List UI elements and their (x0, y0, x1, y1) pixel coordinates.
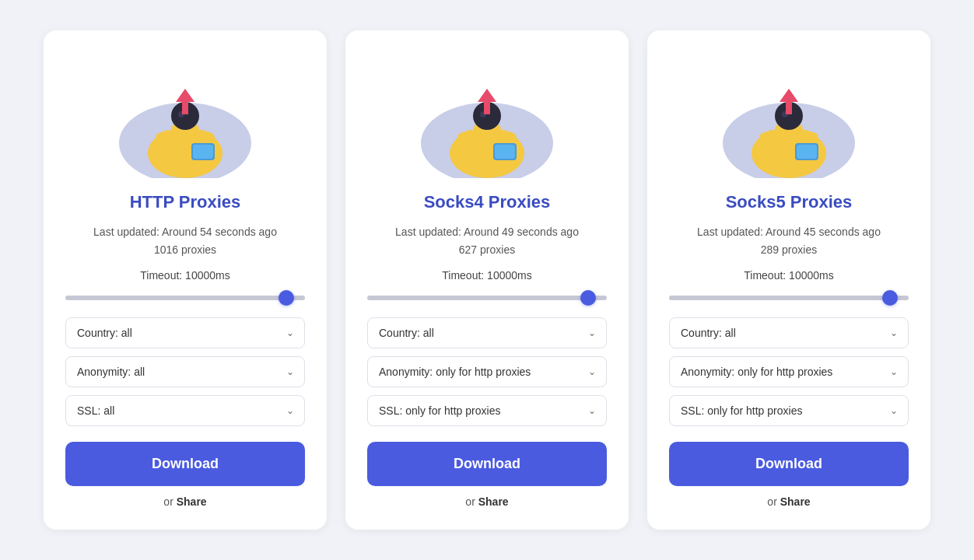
country-select-socks5[interactable]: Country: allCountry: USCountry: EU (669, 317, 909, 348)
timeout-slider-http[interactable] (65, 296, 305, 300)
slider-container-socks5 (669, 289, 909, 303)
download-button-http[interactable]: Download (65, 442, 305, 486)
timeout-label-http: Timeout: 10000ms (140, 269, 229, 282)
card-http: HTTP ProxiesLast updated: Around 54 seco… (44, 30, 327, 530)
share-text-http: or Share (163, 495, 206, 508)
illustration-socks4 (409, 54, 565, 178)
country-select-http[interactable]: Country: allCountry: USCountry: EU (65, 317, 305, 348)
country-wrapper-http: Country: allCountry: USCountry: EU⌄ (65, 317, 305, 348)
illustration-http (107, 54, 263, 178)
card-socks4: Socks4 ProxiesLast updated: Around 49 se… (345, 30, 629, 530)
anonymity-select-socks5[interactable]: Anonymity: only for http proxies (669, 356, 909, 387)
ssl-wrapper-socks5: SSL: only for http proxies⌄ (669, 395, 909, 426)
slider-container-socks4 (367, 289, 607, 303)
download-button-socks5[interactable]: Download (669, 442, 909, 486)
slider-container-http (65, 289, 305, 303)
anonymity-wrapper-socks5: Anonymity: only for http proxies⌄ (669, 356, 909, 387)
share-link-socks5[interactable]: Share (780, 495, 811, 508)
svg-rect-6 (193, 145, 213, 159)
svg-rect-16 (495, 145, 515, 159)
ssl-select-socks4[interactable]: SSL: only for http proxies (367, 395, 607, 426)
cards-container: HTTP ProxiesLast updated: Around 54 seco… (20, 7, 954, 553)
timeout-label-socks5: Timeout: 10000ms (744, 269, 833, 282)
share-link-socks4[interactable]: Share (478, 495, 509, 508)
card-info-http: Last updated: Around 54 seconds ago1016 … (93, 223, 277, 258)
timeout-slider-socks5[interactable] (669, 296, 909, 300)
anonymity-wrapper-http: Anonymity: allAnonymity: eliteAnonymity:… (65, 356, 305, 387)
ssl-wrapper-http: SSL: allSSL: yesSSL: no⌄ (65, 395, 305, 426)
card-socks5: Socks5 ProxiesLast updated: Around 45 se… (647, 30, 930, 530)
timeout-slider-socks4[interactable] (367, 296, 607, 300)
card-title-socks4: Socks4 Proxies (424, 192, 551, 212)
country-wrapper-socks5: Country: allCountry: USCountry: EU⌄ (669, 317, 909, 348)
share-link-http[interactable]: Share (177, 495, 207, 508)
timeout-label-socks4: Timeout: 10000ms (442, 269, 531, 282)
download-button-socks4[interactable]: Download (367, 442, 607, 486)
card-title-socks5: Socks5 Proxies (726, 192, 853, 212)
anonymity-wrapper-socks4: Anonymity: only for http proxies⌄ (367, 356, 607, 387)
country-select-socks4[interactable]: Country: allCountry: USCountry: EU (367, 317, 607, 348)
anonymity-select-http[interactable]: Anonymity: allAnonymity: eliteAnonymity:… (65, 356, 305, 387)
card-info-socks4: Last updated: Around 49 seconds ago627 p… (395, 223, 579, 258)
illustration-socks5 (711, 54, 867, 178)
country-wrapper-socks4: Country: allCountry: USCountry: EU⌄ (367, 317, 607, 348)
ssl-wrapper-socks4: SSL: only for http proxies⌄ (367, 395, 607, 426)
card-info-socks5: Last updated: Around 45 seconds ago289 p… (697, 223, 881, 258)
share-text-socks4: or Share (465, 495, 508, 508)
ssl-select-socks5[interactable]: SSL: only for http proxies (669, 395, 909, 426)
anonymity-select-socks4[interactable]: Anonymity: only for http proxies (367, 356, 607, 387)
card-title-http: HTTP Proxies (130, 192, 241, 212)
share-text-socks5: or Share (767, 495, 810, 508)
svg-rect-26 (797, 145, 817, 159)
ssl-select-http[interactable]: SSL: allSSL: yesSSL: no (65, 395, 305, 426)
